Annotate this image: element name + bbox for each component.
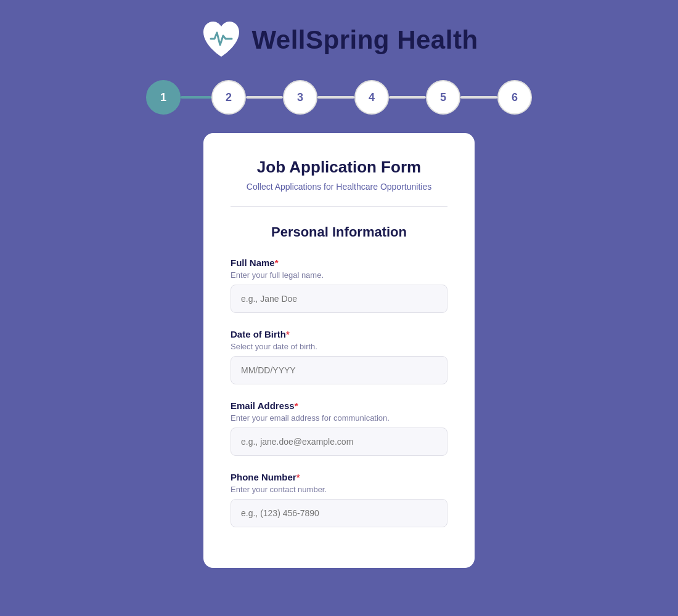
hint-full-name: Enter your full legal name. — [231, 270, 447, 280]
form-card: Job Application Form Collect Application… — [203, 133, 475, 568]
step-line-3 — [317, 96, 354, 99]
label-phone: Phone Number* — [231, 472, 447, 482]
required-star-dob: * — [286, 329, 290, 339]
step-line-2 — [246, 96, 283, 99]
label-dob: Date of Birth* — [231, 329, 447, 339]
logo-icon — [200, 18, 243, 62]
field-group-dob: Date of Birth* Select your date of birth… — [231, 329, 447, 384]
step-5[interactable]: 5 — [426, 80, 460, 115]
required-star-full-name: * — [275, 257, 279, 268]
brand-name: WellSpring Health — [251, 25, 478, 55]
step-3[interactable]: 3 — [283, 80, 317, 115]
hint-email: Enter your email address for communicati… — [231, 413, 447, 423]
section-title: Personal Information — [231, 224, 447, 240]
required-star-phone: * — [296, 472, 300, 482]
field-group-email: Email Address* Enter your email address … — [231, 400, 447, 456]
required-star-email: * — [295, 400, 298, 411]
header: WellSpring Health — [0, 0, 678, 74]
form-divider — [231, 206, 447, 207]
step-2[interactable]: 2 — [211, 80, 246, 115]
field-group-full-name: Full Name* Enter your full legal name. — [231, 257, 447, 313]
step-6[interactable]: 6 — [497, 80, 532, 115]
input-email[interactable] — [231, 428, 447, 456]
step-line-1 — [181, 96, 211, 99]
step-4[interactable]: 4 — [354, 80, 389, 115]
hint-dob: Select your date of birth. — [231, 342, 447, 351]
hint-phone: Enter your contact number. — [231, 485, 447, 494]
form-subtitle: Collect Applications for Healthcare Oppo… — [231, 182, 447, 192]
step-line-5 — [460, 96, 497, 99]
label-full-name: Full Name* — [231, 257, 447, 268]
step-1[interactable]: 1 — [146, 80, 181, 115]
step-indicator: 1 2 3 4 5 6 — [0, 74, 678, 133]
step-line-4 — [389, 96, 426, 99]
input-phone[interactable] — [231, 499, 447, 527]
label-email: Email Address* — [231, 400, 447, 411]
field-group-phone: Phone Number* Enter your contact number. — [231, 472, 447, 527]
input-full-name[interactable] — [231, 285, 447, 313]
form-title: Job Application Form — [231, 158, 447, 177]
input-dob[interactable] — [231, 356, 447, 384]
